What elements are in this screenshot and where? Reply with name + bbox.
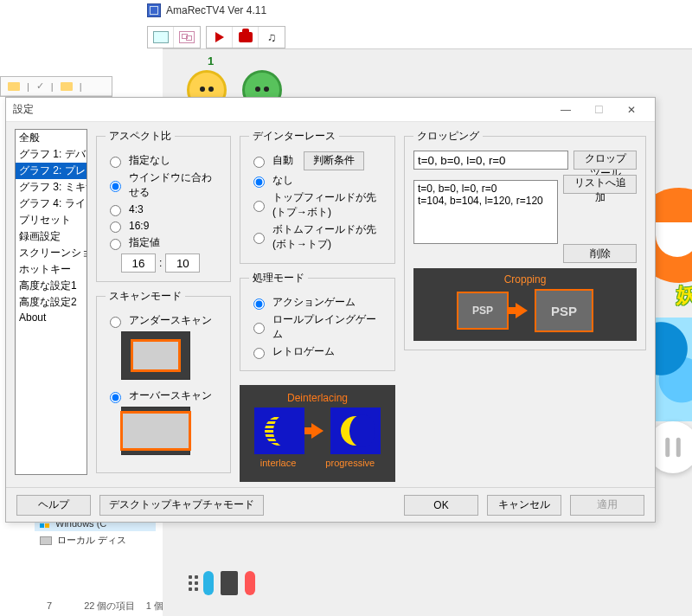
deinterlace-auto-radio[interactable]: 自動	[249, 153, 293, 168]
crop-preset-list[interactable]: t=0, b=0, l=0, r=0t=104, b=104, l=120, r…	[413, 180, 558, 244]
deinterlace-condition-button[interactable]: 判断条件	[304, 151, 364, 170]
aspect-ratio-group: アスペクト比 指定なし ウインドウに合わせる 4:3 16:9 指定値 :	[96, 129, 231, 282]
overscan-preview	[121, 407, 190, 455]
controller-icon	[660, 434, 686, 460]
toolbar-audio-button[interactable]: ♫	[259, 27, 285, 48]
sidebar-item[interactable]: グラフ 1: デバイス	[16, 146, 86, 163]
amarec-title-text: AmaRecTV4 Ver 4.11	[166, 4, 266, 16]
deinterlace-none-radio[interactable]: なし	[249, 173, 386, 188]
overscan-radio[interactable]: オーバースキャン	[106, 388, 221, 403]
sidebar-item[interactable]: 高度な設定2	[16, 294, 86, 311]
background-explorer-window: |✓| |	[0, 76, 112, 97]
toolbar-layout2-button[interactable]	[174, 27, 200, 48]
dock-icon	[189, 575, 198, 591]
arrow-right-icon	[516, 303, 528, 318]
sidebar-item[interactable]: グラフ 2: プレビュー	[16, 163, 86, 179]
procmode-retro-radio[interactable]: レトロゲーム	[249, 344, 386, 359]
procmode-legend: 処理モード	[249, 271, 308, 286]
dialog-titlebar[interactable]: 設定 — ☐ ✕	[6, 98, 655, 122]
joycon-right-icon	[245, 571, 255, 595]
cropping-group: クロッピング クロップツール t=0, b=0, l=0, r=0t=104, …	[404, 129, 646, 350]
aspect-colon: :	[159, 257, 162, 269]
cropping-legend: クロッピング	[413, 129, 483, 144]
sidebar-item[interactable]: ホットキー	[16, 261, 86, 278]
deinterlace-legend: デインターレース	[249, 129, 339, 144]
player-1-label: 1	[208, 55, 214, 67]
amarec-title: AmaRecTV4 Ver 4.11	[147, 3, 266, 17]
crop-value-input[interactable]	[413, 151, 568, 170]
sidebar-item[interactable]: 録画設定	[16, 228, 86, 245]
aspect-width-input[interactable]	[121, 253, 156, 273]
music-note-icon: ♫	[267, 30, 277, 44]
explorer-status-bar: 7 22 個の項目 1 個	[12, 600, 163, 613]
switch-indicator	[189, 571, 255, 595]
sidebar-item[interactable]: プリセット	[16, 212, 86, 228]
desktop-capture-mode-button[interactable]: デスクトップキャプチャモード	[99, 495, 264, 516]
deinterlace-illus-title: Deinterlacing	[287, 392, 348, 404]
folder-icon	[8, 82, 20, 91]
arrow-right-icon	[311, 423, 324, 439]
crop-list-item[interactable]: t=104, b=104, l=120, r=120	[418, 195, 554, 207]
sidebar-item[interactable]: 全般	[16, 130, 86, 146]
deinterlace-bottomfirst-radio[interactable]: ボトムフィールドが先(ボト→トプ)	[249, 222, 386, 252]
cancel-button[interactable]: キャンセル	[487, 495, 561, 516]
window-maximize-button: ☐	[582, 100, 615, 119]
scan-mode-group: スキャンモード アンダースキャン オーバースキャン	[96, 289, 231, 473]
aspect-legend: アスペクト比	[106, 129, 175, 144]
drive-local-row[interactable]: ローカル ディス	[35, 531, 156, 549]
sidebar-item[interactable]: スクリーンショット	[16, 245, 86, 261]
deinterlace-illustration: Deinterlacing interlace progressive	[240, 385, 395, 482]
procmode-action-radio[interactable]: アクションゲーム	[249, 295, 386, 310]
aspect-fitwindow-radio[interactable]: ウインドウに合わせる	[106, 170, 221, 200]
aspect-none-radio[interactable]: 指定なし	[106, 153, 221, 168]
interlace-icon	[254, 407, 304, 454]
drive-local-label: ローカル ディス	[57, 534, 126, 547]
processing-mode-group: 処理モード アクションゲーム ロールプレイングゲーム レトロゲーム	[240, 271, 395, 371]
dialog-button-bar: ヘルプ デスクトップキャプチャモード OK キャンセル 適用	[6, 487, 655, 522]
underscan-radio[interactable]: アンダースキャン	[106, 313, 221, 328]
amarec-icon	[147, 3, 161, 17]
progressive-icon	[330, 407, 381, 454]
svg-rect-1	[676, 438, 681, 458]
folder-icon	[61, 82, 73, 91]
crop-after-icon: PSP	[535, 289, 593, 332]
drive-icon	[40, 536, 52, 545]
sidebar-item[interactable]: グラフ 3: ミキサー	[16, 179, 86, 196]
procmode-rpg-radio[interactable]: ロールプレイングゲーム	[249, 312, 386, 342]
cropping-illustration: Cropping PSP PSP	[413, 268, 637, 341]
crop-add-button[interactable]: リストへ追加	[563, 175, 637, 194]
amarec-toolbar: ♫	[142, 22, 291, 52]
crop-before-icon: PSP	[457, 292, 509, 330]
deinterlace-group: デインターレース 自動 判断条件 なし トップフィールドが先(トプ→ボト) ボト…	[240, 129, 395, 264]
scan-legend: スキャンモード	[106, 289, 185, 304]
window-close-button[interactable]: ✕	[615, 100, 648, 119]
toolbar-snapshot-button[interactable]	[233, 27, 259, 48]
settings-dialog: 設定 — ☐ ✕ 全般グラフ 1: デバイスグラフ 2: プレビューグラフ 3:…	[5, 97, 656, 523]
crop-tool-button[interactable]: クロップツール	[573, 151, 637, 170]
interlace-label: interlace	[260, 458, 297, 468]
help-button[interactable]: ヘルプ	[16, 495, 91, 516]
dialog-title: 設定	[13, 102, 549, 117]
deinterlace-topfirst-radio[interactable]: トップフィールドが先(トプ→ボト)	[249, 190, 386, 220]
window-minimize-button[interactable]: —	[549, 100, 582, 119]
aspect-height-input[interactable]	[165, 253, 200, 273]
aspect-169-radio[interactable]: 16:9	[106, 219, 221, 233]
sidebar-item[interactable]: About	[16, 311, 86, 324]
joycon-left-icon	[203, 571, 214, 595]
aspect-custom-radio[interactable]: 指定値	[106, 235, 221, 250]
switch-screen-icon	[221, 571, 238, 595]
progressive-label: progressive	[325, 458, 375, 468]
ok-button[interactable]: OK	[404, 495, 478, 516]
settings-category-list[interactable]: 全般グラフ 1: デバイスグラフ 2: プレビューグラフ 3: ミキサーグラフ …	[15, 129, 87, 475]
apply-button: 適用	[570, 495, 644, 516]
play-icon	[215, 32, 224, 42]
camera-icon	[239, 32, 253, 42]
toolbar-play-button[interactable]	[207, 27, 233, 48]
svg-rect-0	[665, 438, 670, 458]
aspect-43-radio[interactable]: 4:3	[106, 202, 221, 216]
sidebar-item[interactable]: 高度な設定1	[16, 278, 86, 294]
toolbar-layout1-button[interactable]	[148, 27, 174, 48]
crop-delete-button[interactable]: 削除	[563, 244, 637, 263]
crop-list-item[interactable]: t=0, b=0, l=0, r=0	[418, 183, 554, 195]
sidebar-item[interactable]: グラフ 4: ライブ	[16, 196, 86, 212]
